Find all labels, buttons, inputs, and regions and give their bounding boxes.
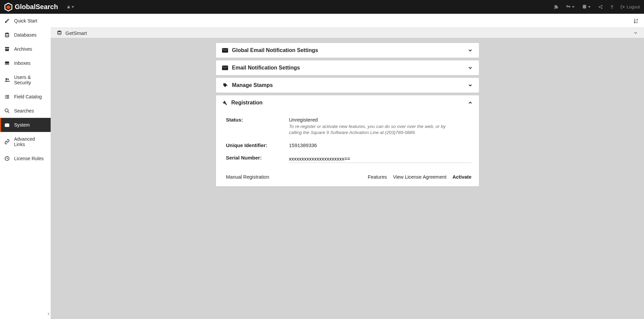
panel-title: Registration bbox=[231, 100, 263, 106]
chevron-down-icon bbox=[468, 65, 473, 71]
help-icon: ? bbox=[610, 4, 613, 10]
topbar-right: ? Logout bbox=[553, 4, 640, 10]
serial-input[interactable] bbox=[289, 155, 472, 163]
panel-body-registration: Status: Unregistered To re-register or a… bbox=[216, 110, 479, 186]
sidebar-item-label: Field Catalog bbox=[14, 94, 42, 99]
logout-icon bbox=[621, 5, 625, 9]
sidebar-item-label: System bbox=[14, 122, 30, 128]
panel-header-stamps[interactable]: Manage Stamps bbox=[216, 78, 479, 93]
features-button[interactable]: Features bbox=[368, 174, 387, 180]
topbar: GlobalSearch ? Logout bbox=[0, 0, 644, 14]
main: AZ GetSmart Glo bbox=[51, 14, 644, 319]
sidebar-item-advanced-links[interactable]: Advanced Links bbox=[0, 132, 51, 151]
svg-text:Z: Z bbox=[636, 21, 638, 23]
serial-label: Serial Number: bbox=[226, 155, 289, 161]
tags-icon bbox=[222, 83, 228, 88]
link-icon bbox=[4, 139, 10, 144]
panel-global-email: Global Email Notification Settings bbox=[216, 43, 479, 58]
status-note: To re-register or activate new features,… bbox=[289, 124, 457, 136]
clock-icon bbox=[4, 156, 10, 161]
database-name: GetSmart bbox=[65, 30, 87, 36]
brand[interactable]: GlobalSearch bbox=[4, 3, 58, 11]
registration-actions: Manual Registration Features View Licens… bbox=[226, 166, 472, 180]
svg-point-6 bbox=[5, 33, 9, 34]
panel-stack: Global Email Notification Settings bbox=[216, 43, 479, 186]
database-icon bbox=[57, 30, 62, 36]
search-icon bbox=[4, 108, 10, 113]
uid-value: 1591389336 bbox=[289, 142, 472, 148]
logout-button[interactable]: Logout bbox=[621, 4, 640, 9]
share-icon bbox=[598, 4, 603, 9]
brand-logo-icon bbox=[4, 3, 13, 11]
envelope-icon bbox=[222, 65, 228, 70]
sidebar-nav: Quick StartDatabasesArchivesInboxesUsers… bbox=[0, 14, 51, 319]
layout: Quick StartDatabasesArchivesInboxesUsers… bbox=[0, 14, 644, 319]
sidebar-item-label: Users & Security bbox=[14, 75, 47, 85]
registration-status-row: Status: Unregistered To re-register or a… bbox=[226, 113, 472, 139]
sidebar-item-label: License Rules bbox=[14, 156, 44, 161]
sidebar-item-quick-start[interactable]: Quick Start bbox=[0, 14, 51, 28]
panel-header-email[interactable]: Email Notification Settings bbox=[216, 60, 479, 75]
lock-dropdown[interactable] bbox=[67, 5, 74, 9]
lock-icon bbox=[67, 5, 70, 9]
sidebar-item-label: Databases bbox=[14, 32, 37, 38]
panel-title: Manage Stamps bbox=[232, 82, 273, 88]
svg-text:A: A bbox=[636, 18, 638, 20]
chevron-left-icon bbox=[46, 312, 51, 316]
sidebar-item-searches[interactable]: Searches bbox=[0, 104, 51, 118]
panel-email: Email Notification Settings bbox=[216, 60, 479, 75]
sidebar: Quick StartDatabasesArchivesInboxesUsers… bbox=[0, 14, 51, 319]
caret-down-icon bbox=[572, 6, 575, 8]
caret-down-icon bbox=[588, 6, 591, 8]
chevron-up-icon bbox=[468, 100, 473, 105]
sidebar-item-label: Searches bbox=[14, 108, 34, 113]
svg-marker-1 bbox=[6, 5, 10, 9]
svg-point-7 bbox=[5, 78, 7, 80]
registration-uid-row: Unique Identifier: 1591389336 bbox=[226, 139, 472, 151]
key-wrench-icon bbox=[222, 100, 227, 105]
chevron-down-icon bbox=[468, 48, 473, 53]
database-bar-toggle[interactable] bbox=[633, 31, 638, 35]
envelope-icon bbox=[222, 48, 228, 53]
panel-stamps: Manage Stamps bbox=[216, 78, 479, 93]
key-icon bbox=[566, 4, 571, 9]
sidebar-item-label: Archives bbox=[14, 46, 32, 52]
chevron-down-icon bbox=[633, 31, 638, 35]
topbar-left: GlobalSearch bbox=[4, 3, 74, 11]
status-label: Status: bbox=[226, 117, 289, 123]
panel-header-global-email[interactable]: Global Email Notification Settings bbox=[216, 43, 479, 58]
database-bar[interactable]: GetSmart bbox=[51, 28, 644, 38]
sidebar-item-license-rules[interactable]: License Rules bbox=[0, 151, 51, 166]
sidebar-item-inboxes[interactable]: Inboxes bbox=[0, 56, 51, 70]
topbar-db-dropdown[interactable] bbox=[582, 4, 591, 9]
sidebar-item-archives[interactable]: Archives bbox=[0, 42, 51, 56]
inbox-icon bbox=[4, 60, 10, 66]
topbar-plugin-button[interactable] bbox=[553, 4, 558, 9]
caret-down-icon bbox=[71, 6, 74, 8]
sidebar-item-label: Inboxes bbox=[14, 60, 31, 66]
database-icon bbox=[582, 4, 587, 9]
users-icon bbox=[4, 77, 10, 83]
wand-icon bbox=[4, 18, 10, 24]
panel-header-registration[interactable]: Registration bbox=[216, 95, 479, 110]
panel-registration: Registration Status: Unregistered To re-… bbox=[216, 95, 479, 186]
svg-point-13 bbox=[58, 31, 61, 32]
sidebar-collapse-button[interactable] bbox=[46, 312, 51, 316]
sidebar-item-users-security[interactable]: Users & Security bbox=[0, 70, 51, 90]
sidebar-item-databases[interactable]: Databases bbox=[0, 28, 51, 42]
topbar-help-button[interactable]: ? bbox=[610, 4, 613, 10]
sort-button[interactable]: AZ bbox=[633, 17, 639, 24]
database-icon bbox=[4, 32, 10, 38]
manual-registration-button[interactable]: Manual Registration bbox=[226, 174, 269, 180]
content-toolbar: AZ bbox=[51, 14, 644, 28]
uid-label: Unique Identifier: bbox=[226, 142, 289, 148]
topbar-key-dropdown[interactable] bbox=[566, 4, 575, 9]
sidebar-item-field-catalog[interactable]: Field Catalog bbox=[0, 90, 51, 104]
sidebar-item-label: Advanced Links bbox=[14, 136, 47, 147]
briefcase-icon bbox=[4, 122, 10, 128]
topbar-share-button[interactable] bbox=[598, 4, 603, 9]
sidebar-item-system[interactable]: System bbox=[0, 118, 51, 132]
registration-serial-row: Serial Number: bbox=[226, 151, 472, 166]
activate-button[interactable]: Activate bbox=[452, 174, 471, 180]
view-license-button[interactable]: View License Agreement bbox=[393, 174, 446, 180]
